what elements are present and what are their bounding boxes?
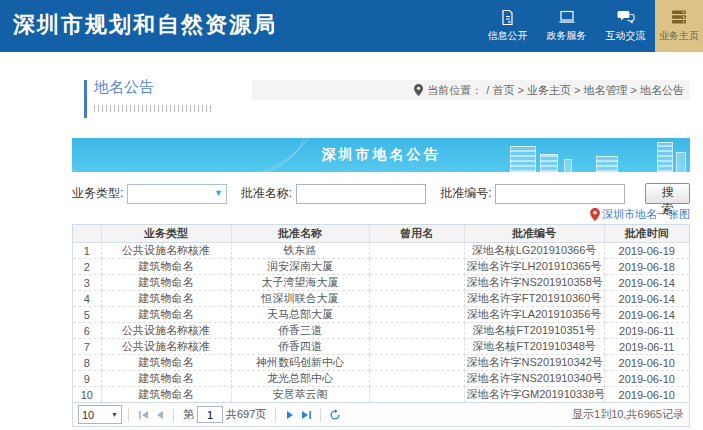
table-row[interactable]: 4建筑物命名恒深圳联合大厦深地名许字FT201910360号2019-06-14 (73, 291, 689, 307)
table-row[interactable]: 3建筑物命名太子湾望海大厦深地名许字NS201910358号2019-06-14 (73, 275, 689, 291)
map-link-row: 深圳市地名一张图 (72, 206, 690, 222)
cell-approved-name: 恒深圳联合大厦 (231, 291, 369, 307)
building-graphic (540, 154, 558, 172)
col-header-approval-date: 批准时间 (604, 225, 689, 243)
cell-approval-date: 2019-06-18 (604, 259, 689, 275)
breadcrumb-label: 当前位置： (427, 83, 482, 98)
col-header-business-type: 业务类型 (101, 225, 231, 243)
table-row[interactable]: 6公共设施名称核准侨香三道深地名核FT201910351号2019-06-11 (73, 323, 689, 339)
row-index: 7 (73, 339, 101, 355)
cell-business-type: 建筑物命名 (101, 387, 231, 403)
section-heading: 地名公告 (84, 78, 212, 112)
table-row[interactable]: 10建筑物命名安居萃云阁深地名许字GM201910338号2019-06-10 (73, 387, 689, 403)
table-row[interactable]: 1公共设施名称核准铁东路深地名核LG201910366号2019-06-19 (73, 243, 689, 259)
record-count-summary: 显示1到10,共6965记录 (572, 407, 684, 422)
filter-bar: 业务类型: ▼ 批准名称: 批准编号: 搜索 (72, 183, 690, 204)
cell-business-type: 建筑物命名 (101, 275, 231, 291)
cell-approved-name: 安居萃云阁 (231, 387, 369, 403)
heading-tick-decoration (94, 105, 212, 112)
cell-approval-number: 深地名许字NS201910342号 (464, 355, 604, 371)
nav-item-government-services[interactable]: 政务服务 (537, 0, 596, 52)
cell-former-name (369, 339, 464, 355)
nav-item-interaction[interactable]: 互动交流 (596, 0, 655, 52)
cell-approval-date: 2019-06-19 (604, 243, 689, 259)
approval-number-input[interactable] (495, 184, 625, 204)
row-index: 8 (73, 355, 101, 371)
cell-former-name (369, 243, 464, 259)
cell-approval-date: 2019-06-14 (604, 291, 689, 307)
breadcrumb-path[interactable]: / 首页 > 业务主页 > 地名管理 > 地名公告 (486, 83, 684, 98)
col-header-former-name: 曾用名 (369, 225, 464, 243)
cell-approval-date: 2019-06-14 (604, 275, 689, 291)
page: 深圳市规划和自然资源局 信息公开 政务服务 互动交流 (0, 0, 703, 430)
cell-former-name (369, 355, 464, 371)
approved-name-label: 批准名称: (241, 185, 292, 202)
row-index: 1 (73, 243, 101, 259)
announcement-grid: 业务类型 批准名称 曾用名 批准编号 批准时间 1公共设施名称核准铁东路深地名核… (72, 224, 690, 427)
cell-approved-name: 侨香三道 (231, 323, 369, 339)
cell-approval-number: 深地名许字NS201910358号 (464, 275, 604, 291)
placename-map-link[interactable]: 深圳市地名一张图 (590, 207, 690, 222)
cell-approval-number: 深地名许字NS201910340号 (464, 371, 604, 387)
first-page-button[interactable] (135, 407, 151, 423)
cell-business-type: 建筑物命名 (101, 291, 231, 307)
cell-approved-name: 润安深南大厦 (231, 259, 369, 275)
refresh-button[interactable] (327, 407, 343, 423)
table-row[interactable]: 8建筑物命名神州数码创新中心深地名许字NS201910342号2019-06-1… (73, 355, 689, 371)
announcement-table-body: 1公共设施名称核准铁东路深地名核LG201910366号2019-06-192建… (73, 243, 689, 403)
business-type-label: 业务类型: (72, 185, 123, 202)
table-row[interactable]: 7公共设施名称核准侨香四道深地名核FT201910348号2019-06-11 (73, 339, 689, 355)
divider (320, 408, 321, 422)
search-button[interactable]: 搜索 (645, 183, 690, 204)
row-index: 5 (73, 307, 101, 323)
total-pages-label: 共697页 (226, 407, 266, 422)
cell-approval-number: 深地名许字GM201910338号 (464, 387, 604, 403)
cell-approved-name: 龙光总部中心 (231, 371, 369, 387)
cell-approval-number: 深地名核FT201910348号 (464, 339, 604, 355)
cell-approval-date: 2019-06-14 (604, 307, 689, 323)
row-index: 6 (73, 323, 101, 339)
business-type-select[interactable]: ▼ (127, 184, 226, 204)
cell-approval-number: 深地名核FT201910351号 (464, 323, 604, 339)
building-graphic (596, 156, 618, 172)
nav-item-info-disclosure[interactable]: 信息公开 (478, 0, 537, 52)
page-number-input[interactable] (197, 406, 223, 423)
table-row[interactable]: 2建筑物命名润安深南大厦深地名许字LH201910365号2019-06-18 (73, 259, 689, 275)
placename-map-link-label: 深圳市地名一张图 (602, 207, 690, 222)
building-graphic (657, 142, 673, 172)
cell-former-name (369, 371, 464, 387)
cell-approval-number: 深地名许字LH201910365号 (464, 259, 604, 275)
table-row[interactable]: 9建筑物命名龙光总部中心深地名许字NS201910340号2019-06-10 (73, 371, 689, 387)
cell-approved-name: 太子湾望海大厦 (231, 275, 369, 291)
banner-title: 深圳市地名公告 (322, 146, 441, 164)
list-stack-icon (670, 9, 689, 25)
cell-former-name (369, 323, 464, 339)
location-pin-icon (414, 84, 423, 96)
building-graphic (564, 159, 572, 172)
monitor-icon (557, 9, 576, 25)
cell-business-type: 建筑物命名 (101, 259, 231, 275)
prev-page-button[interactable] (151, 407, 167, 423)
cell-former-name (369, 259, 464, 275)
cell-business-type: 建筑物命名 (101, 307, 231, 323)
nav-label: 业务主页 (659, 29, 699, 43)
cell-approved-name: 神州数码创新中心 (231, 355, 369, 371)
cell-business-type: 公共设施名称核准 (101, 323, 231, 339)
cell-approval-number: 深地名许字FT201910360号 (464, 291, 604, 307)
page-size-value: 10 (82, 409, 94, 421)
breadcrumb: 当前位置： / 首页 > 业务主页 > 地名管理 > 地名公告 (252, 80, 690, 100)
cell-former-name (369, 275, 464, 291)
nav-item-business-home-active[interactable]: 业务主页 (655, 0, 703, 52)
next-page-button[interactable] (282, 407, 298, 423)
page-size-select[interactable]: 10 ▼ (78, 405, 122, 424)
building-graphic (676, 152, 686, 172)
cell-approved-name: 天马总部大厦 (231, 307, 369, 323)
cell-business-type: 建筑物命名 (101, 355, 231, 371)
map-pin-icon (590, 208, 600, 221)
table-row[interactable]: 5建筑物命名天马总部大厦深地名许字LA201910356号2019-06-14 (73, 307, 689, 323)
divider (173, 408, 174, 422)
approved-name-input[interactable] (296, 184, 426, 204)
cell-former-name (369, 387, 464, 403)
last-page-button[interactable] (298, 407, 314, 423)
nav-label: 信息公开 (488, 29, 528, 43)
